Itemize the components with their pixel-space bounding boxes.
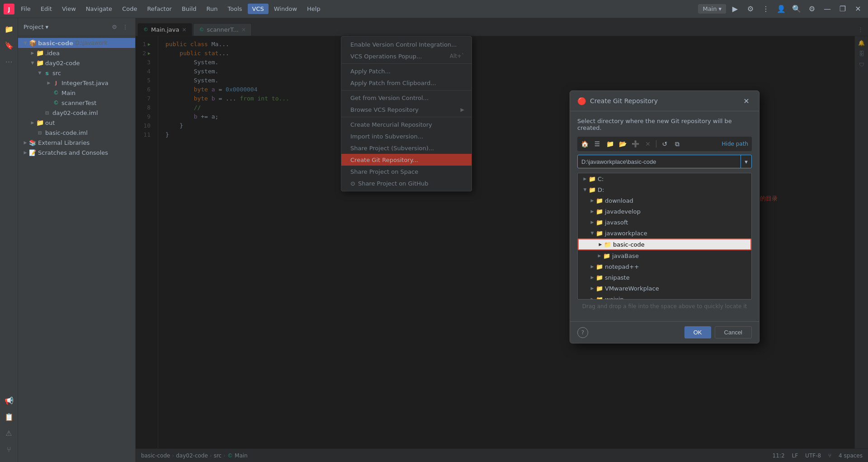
folder-open-icon[interactable]: 📂 xyxy=(617,138,628,149)
main-layout: 📁 🔖 ⋯ 📢 📋 ⚠ ⑂ Project ▾ ⚙ ⋮ ▼ 📦 xyxy=(0,18,868,462)
expand-icon: ▶ xyxy=(589,220,596,224)
minimize-button[interactable]: — xyxy=(821,3,834,15)
project-panel-title[interactable]: Project ▾ xyxy=(24,24,48,30)
file-tree[interactable]: ▶ 📁 C: ▼ 📁 D: ▶ 📁 xyxy=(577,173,752,300)
ft-item-javaworkplace[interactable]: ▼ 📁 javaworkplace xyxy=(578,228,751,238)
menu-tools[interactable]: Tools xyxy=(223,4,247,14)
notifications-icon[interactable]: 📢 xyxy=(2,393,16,408)
ft-item-notepadpp[interactable]: ▶ 📁 notepad++ xyxy=(578,261,751,272)
ft-item-javabase[interactable]: ▶ 📁 javaBase xyxy=(578,250,751,261)
ft-item-d[interactable]: ▼ 📁 D: xyxy=(578,184,751,195)
menu-edit[interactable]: Edit xyxy=(36,4,57,14)
expand-icon: ▶ xyxy=(589,286,596,291)
menu-help[interactable]: Help xyxy=(302,4,325,14)
menu-bar: File Edit View Navigate Code Refactor Bu… xyxy=(16,4,698,14)
list-view-icon[interactable]: ☰ xyxy=(592,138,603,149)
expand-icon: ▼ xyxy=(589,231,596,235)
menu-build[interactable]: Build xyxy=(177,4,201,14)
tree-item-external-libs[interactable]: ▶ 📚 External Libraries xyxy=(18,138,135,148)
app-logo: J xyxy=(4,4,14,14)
expand-icon: ▼ xyxy=(581,187,589,192)
new-folder-icon[interactable]: 📁 xyxy=(604,138,615,149)
tree-label-src: src xyxy=(52,70,61,76)
file-toolbar: 🏠 ☰ 📁 📂 ➕ ✕ ↺ ⧉ Hide path xyxy=(577,137,752,151)
git-icon[interactable]: ⑂ xyxy=(2,442,16,457)
run-button[interactable]: ▶ xyxy=(729,3,741,15)
ft-label-javaworkplace: javaworkplace xyxy=(605,230,647,237)
ft-item-javasoft[interactable]: ▶ 📁 javasoft xyxy=(578,217,751,228)
dialog-subtitle: Select directory where the new Git repos… xyxy=(577,118,752,131)
tree-item-day02-code[interactable]: ▼ 📁 day02-code xyxy=(18,58,135,68)
ft-item-basic-code[interactable]: ▶ 📁 basic-code xyxy=(578,238,751,250)
panel-gear-icon[interactable]: ⚙ xyxy=(110,23,119,32)
toolbar-right: Main ▾ ▶ ⚙ ⋮ 👤 🔍 ⚙ — ❐ ✕ xyxy=(698,3,864,15)
delete-icon: ✕ xyxy=(642,138,653,149)
path-input[interactable] xyxy=(578,156,741,167)
hide-path-button[interactable]: Hide path xyxy=(720,140,750,148)
problems-icon[interactable]: ⚠ xyxy=(2,426,16,440)
tree-item-basic-iml[interactable]: ⊟ basic-code.iml xyxy=(18,128,135,138)
ft-item-c[interactable]: ▶ 📁 C: xyxy=(578,173,751,184)
ok-button[interactable]: OK xyxy=(684,326,711,338)
cancel-button[interactable]: Cancel xyxy=(715,326,752,338)
ft-item-snipaste[interactable]: ▶ 📁 snipaste xyxy=(578,272,751,283)
menu-vcs[interactable]: VCS xyxy=(248,4,269,14)
path-dropdown-button[interactable]: ▾ xyxy=(741,155,751,168)
settings-icon[interactable]: ⚙ xyxy=(744,3,757,15)
folder-icon: 📁 xyxy=(36,59,43,67)
ft-item-weixin[interactable]: ▶ 📁 weixin xyxy=(578,294,751,300)
menu-code[interactable]: Code xyxy=(118,4,142,14)
close-button[interactable]: ✕ xyxy=(852,3,864,15)
library-icon: 📚 xyxy=(29,139,36,146)
dialog-close-button[interactable]: ✕ xyxy=(741,95,752,106)
tree-item-out[interactable]: ▶ 📁 out xyxy=(18,118,135,128)
ft-item-javadevelop[interactable]: ▶ 📁 javadevelop xyxy=(578,206,751,217)
tree-item-basic-code[interactable]: ▼ 📦 basic-code D:\javawork xyxy=(18,38,135,48)
run-config[interactable]: Main ▾ xyxy=(698,4,726,14)
chevron-down-icon: ▾ xyxy=(45,24,48,30)
tree-item-day02-iml[interactable]: ⊟ day02-code.iml xyxy=(18,108,135,118)
maximize-button[interactable]: ❐ xyxy=(836,3,849,15)
help-button[interactable]: ? xyxy=(577,327,588,338)
tree-label-integertest: IntegerTest.java xyxy=(61,80,108,86)
home-icon[interactable]: 🏠 xyxy=(579,138,590,149)
tree-label-day02-code: day02-code xyxy=(45,60,80,67)
tree-item-idea[interactable]: ▶ 📁 .idea xyxy=(18,48,135,58)
tree-item-main[interactable]: © Main xyxy=(18,88,135,98)
menu-window[interactable]: Window xyxy=(269,4,302,14)
new-dir-icon[interactable]: ➕ xyxy=(630,138,641,149)
refresh-icon[interactable]: ↺ xyxy=(659,138,670,149)
terminal-icon[interactable]: 📋 xyxy=(2,410,16,424)
menu-navigate[interactable]: Navigate xyxy=(81,4,117,14)
profile-icon[interactable]: 👤 xyxy=(775,3,788,15)
tree-item-integertest[interactable]: ▶ J IntegerTest.java xyxy=(18,78,135,88)
tree-item-scratches[interactable]: ▶ 📝 Scratches and Consoles xyxy=(18,148,135,157)
expand-arrow-icon: ▶ xyxy=(22,149,29,156)
expand-icon: ▶ xyxy=(589,297,596,300)
expand-arrow-icon: ▶ xyxy=(29,119,36,126)
bookmark-icon[interactable]: 🔖 xyxy=(2,38,16,52)
menu-refactor[interactable]: Refactor xyxy=(142,4,176,14)
tree-label-idea: .idea xyxy=(45,50,60,57)
tree-item-scannertest[interactable]: © scannerTest xyxy=(18,98,135,108)
menu-run[interactable]: Run xyxy=(202,4,222,14)
menu-file[interactable]: File xyxy=(16,4,35,14)
copy-path-icon[interactable]: ⧉ xyxy=(672,138,683,149)
panel-more-icon[interactable]: ⋮ xyxy=(121,23,130,32)
tree-item-src[interactable]: ▼ s src xyxy=(18,68,135,78)
tree-label-scannertest: scannerTest xyxy=(61,100,96,106)
more-options-icon[interactable]: ⋮ xyxy=(760,3,772,15)
ft-label-weixin: weixin xyxy=(605,296,624,300)
dialog-title-left: 🔴 Create Git Repository xyxy=(577,97,658,105)
search-icon[interactable]: 🔍 xyxy=(790,3,803,15)
path-input-row: ▾ xyxy=(577,155,752,168)
gear-icon[interactable]: ⚙ xyxy=(806,3,818,15)
ft-label-d: D: xyxy=(598,186,604,193)
expand-icon: ▶ xyxy=(581,176,589,181)
ft-item-vmware[interactable]: ▶ 📁 VMwareWorkplace xyxy=(578,283,751,294)
project-icon[interactable]: 📁 xyxy=(2,22,16,36)
ft-item-download[interactable]: ▶ 📁 download xyxy=(578,195,751,206)
svg-text:J: J xyxy=(8,6,10,13)
menu-view[interactable]: View xyxy=(57,4,80,14)
more-icon[interactable]: ⋯ xyxy=(2,54,16,69)
